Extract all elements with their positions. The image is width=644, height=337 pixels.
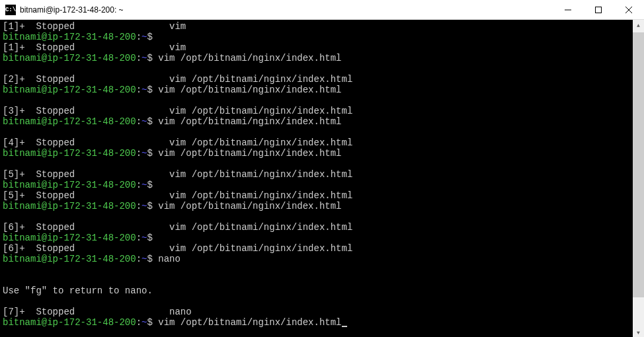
scrollbar-thumb[interactable] [633, 32, 644, 297]
terminal-line [3, 95, 641, 106]
terminal-area[interactable]: [1]+ Stopped vimbitnami@ip-172-31-48-200… [0, 20, 644, 337]
terminal-line: [1]+ Stopped vim [3, 42, 641, 53]
terminal-line: [2]+ Stopped vim /opt/bitnami/nginx/inde… [3, 74, 641, 85]
scrollbar-down-arrow-icon[interactable]: ▼ [633, 327, 644, 337]
terminal-line: [5]+ Stopped vim /opt/bitnami/nginx/inde… [3, 190, 641, 201]
terminal-line: [7]+ Stopped nano [3, 307, 641, 317]
terminal-line [3, 159, 641, 169]
window-title: bitnami@ip-172-31-48-200: ~ [20, 5, 124, 15]
terminal-line: [1]+ Stopped vim [3, 21, 641, 32]
scrollbar-track[interactable] [633, 32, 644, 327]
terminal-line: bitnami@ip-172-31-48-200:~$ vim /opt/bit… [3, 116, 641, 127]
window-titlebar: C:\ bitnami@ip-172-31-48-200: ~ [0, 0, 644, 20]
terminal-line: bitnami@ip-172-31-48-200:~$ vim /opt/bit… [3, 148, 641, 159]
minimize-button[interactable] [553, 0, 583, 20]
terminal-line: bitnami@ip-172-31-48-200:~$ nano [3, 254, 641, 264]
terminal-line: bitnami@ip-172-31-48-200:~$ vim /opt/bit… [3, 201, 641, 211]
terminal-line: [3]+ Stopped vim /opt/bitnami/nginx/inde… [3, 106, 641, 116]
terminal-line: bitnami@ip-172-31-48-200:~$ [3, 180, 641, 190]
terminal-line [3, 63, 641, 74]
cursor [342, 326, 347, 327]
terminal-line: bitnami@ip-172-31-48-200:~$ vim /opt/bit… [3, 317, 641, 328]
maximize-button[interactable] [583, 0, 614, 20]
terminal-line: [6]+ Stopped vim /opt/bitnami/nginx/inde… [3, 243, 641, 254]
scrollbar[interactable]: ▲ ▼ [633, 20, 644, 337]
console-icon: C:\ [5, 5, 16, 15]
terminal-line: bitnami@ip-172-31-48-200:~$ vim /opt/bit… [3, 85, 641, 95]
svg-rect-1 [596, 7, 602, 13]
terminal-line [3, 264, 641, 275]
terminal-line: bitnami@ip-172-31-48-200:~$ vim /opt/bit… [3, 53, 641, 63]
close-button[interactable] [614, 0, 644, 20]
terminal-line: bitnami@ip-172-31-48-200:~$ [3, 233, 641, 243]
terminal-line [3, 211, 641, 222]
terminal-line: bitnami@ip-172-31-48-200:~$ [3, 32, 641, 42]
terminal-line [3, 296, 641, 307]
terminal-line [3, 127, 641, 137]
scrollbar-up-arrow-icon[interactable]: ▲ [633, 20, 644, 31]
terminal-line: Use "fg" to return to nano. [3, 285, 641, 296]
terminal-line: [6]+ Stopped vim /opt/bitnami/nginx/inde… [3, 222, 641, 233]
terminal-line [3, 275, 641, 285]
terminal-line: [4]+ Stopped vim /opt/bitnami/nginx/inde… [3, 137, 641, 148]
terminal-line: [5]+ Stopped vim /opt/bitnami/nginx/inde… [3, 169, 641, 180]
titlebar-left: C:\ bitnami@ip-172-31-48-200: ~ [5, 5, 124, 15]
titlebar-controls [553, 0, 644, 20]
